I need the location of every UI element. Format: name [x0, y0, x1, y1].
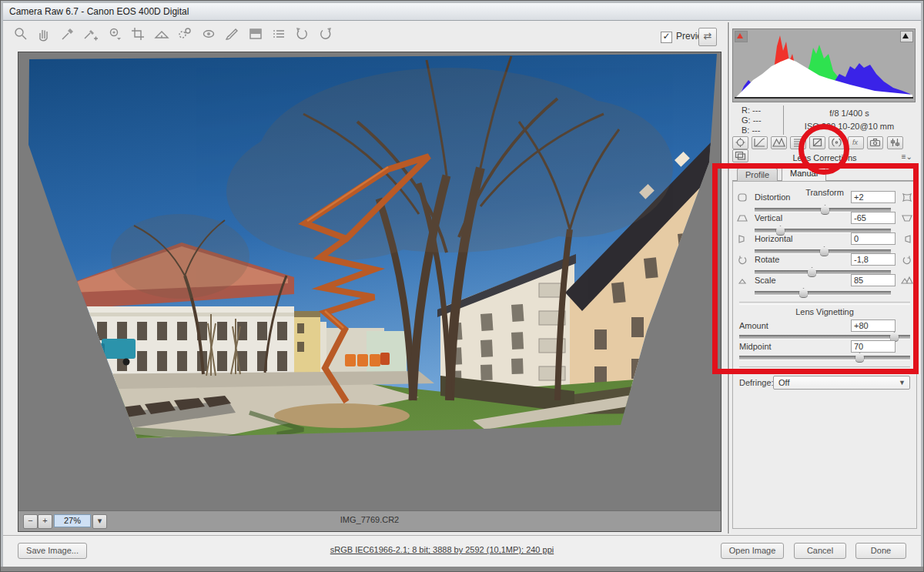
defringe-dropdown-icon: ▼	[899, 376, 906, 390]
preview-checkbox[interactable]: ✓	[661, 32, 672, 43]
exif-readout: f/8 1/400 s ISO 200 10-20@10 mm	[786, 107, 912, 133]
panel-header: Lens Corrections ≡⌄	[732, 153, 917, 162]
shadow-clip-triangle-icon	[737, 33, 743, 38]
scale-down-icon	[736, 276, 748, 286]
horizontal-value-input[interactable]	[851, 232, 896, 245]
open-image-button[interactable]: Open Image	[721, 543, 784, 559]
fullscreen-toggle-button[interactable]: ⇄	[698, 28, 717, 46]
tab-effects-icon[interactable]: fx	[848, 136, 864, 149]
info-divider	[783, 105, 784, 135]
graduated-filter-tool-icon[interactable]	[247, 25, 266, 44]
panel-title: Lens Corrections	[792, 153, 856, 162]
workflow-options-link[interactable]: sRGB IEC61966-2.1; 8 bit; 3888 by 2592 (…	[280, 545, 604, 554]
midpoint-value-input[interactable]	[851, 340, 896, 353]
distortion-value-input[interactable]	[851, 191, 896, 203]
vertical-value-input[interactable]	[851, 212, 896, 224]
rgb-g-value: G: ---	[742, 115, 762, 125]
targeted-adjustment-tool-icon[interactable]	[106, 25, 125, 44]
tab-split-toning-icon[interactable]	[809, 136, 825, 149]
distortion-max-icon	[901, 192, 913, 202]
image-canvas[interactable]: − + 27% ▾ IMG_7769.CR2	[18, 52, 721, 532]
title-bar[interactable]: Camera Raw 6.7 - Canon EOS 400D Digital	[3, 3, 921, 21]
rgb-r-value: R: ---	[742, 105, 762, 115]
defringe-label: Defringe:	[739, 378, 774, 387]
exif-iso-lens: ISO 200 10-20@10 mm	[786, 120, 912, 133]
cancel-button[interactable]: Cancel	[794, 543, 846, 559]
red-eye-removal-tool-icon[interactable]	[200, 25, 219, 44]
distortion-slider-thumb[interactable]	[820, 205, 830, 215]
panel-menu-icon[interactable]: ≡⌄	[902, 152, 912, 161]
distortion-label: Distortion	[755, 192, 790, 202]
image-area[interactable]	[18, 52, 721, 511]
vertical-max-icon	[901, 213, 913, 223]
tab-hsl-grayscale-icon[interactable]	[790, 136, 806, 149]
crop-tool-icon[interactable]	[129, 25, 148, 44]
tab-detail-icon[interactable]	[771, 136, 787, 149]
shadow-clip-warning-button[interactable]	[735, 31, 748, 42]
tab-camera-calibration-icon[interactable]	[867, 136, 883, 149]
vertical-min-icon	[736, 213, 748, 223]
tab-tone-curve-icon[interactable]	[752, 136, 768, 149]
amount-label: Amount	[739, 321, 768, 330]
vignetting-heading: Lens Vignetting	[733, 307, 916, 316]
rotate-right-tool-icon[interactable]	[317, 25, 336, 44]
horizontal-max-icon	[901, 234, 913, 244]
hand-tool-icon[interactable]	[35, 25, 54, 44]
photo-preview[interactable]	[18, 52, 721, 511]
midpoint-slider[interactable]	[739, 356, 910, 360]
tab-profile[interactable]: Profile	[737, 168, 778, 182]
rotate-left-tool-icon[interactable]	[293, 25, 312, 44]
spot-removal-tool-icon[interactable]	[176, 25, 195, 44]
adjustment-brush-tool-icon[interactable]	[223, 25, 242, 44]
right-panel: R: --- G: --- B: --- f/8 1/400 s ISO 200…	[731, 24, 919, 532]
footer-bar: Save Image... sRGB IEC61966-2.1; 8 bit; …	[3, 535, 921, 569]
scale-slider-thumb[interactable]	[798, 288, 808, 298]
amount-slider[interactable]	[739, 335, 910, 340]
preferences-tool-icon[interactable]	[270, 25, 289, 44]
color-sampler-tool-icon[interactable]	[82, 25, 101, 44]
window-title: Camera Raw 6.7 - Canon EOS 400D Digital	[9, 6, 189, 17]
toolbar	[12, 24, 725, 47]
profile-manual-tabs: Profile Manual	[732, 166, 917, 181]
histogram	[732, 28, 916, 102]
scale-label: Scale	[755, 276, 776, 285]
straighten-tool-icon[interactable]	[153, 25, 172, 44]
camera-raw-dialog: Camera Raw 6.7 - Canon EOS 400D Digital …	[0, 0, 924, 572]
vertical-label: Vertical	[755, 213, 782, 222]
zoom-tool-icon[interactable]	[12, 25, 31, 44]
manual-panel-content: Transform Distortion Vertical Horizontal…	[732, 181, 917, 529]
panel-divider	[728, 22, 730, 534]
done-button[interactable]: Done	[855, 543, 906, 559]
scale-value-input[interactable]	[851, 274, 896, 286]
histogram-graphic	[733, 29, 915, 102]
defringe-value: Off	[778, 378, 789, 387]
tab-manual[interactable]: Manual	[782, 166, 826, 182]
svg-text:fx: fx	[852, 139, 859, 146]
highlight-clip-triangle-icon	[902, 33, 909, 38]
horizontal-min-icon	[736, 234, 748, 244]
white-balance-tool-icon[interactable]	[59, 25, 78, 44]
scale-slider[interactable]	[755, 291, 891, 296]
rotate-left-icon	[736, 255, 748, 265]
photo-scene	[18, 52, 721, 511]
amount-value-input[interactable]	[851, 319, 896, 332]
highlight-clip-warning-button[interactable]	[900, 31, 913, 42]
scale-up-icon	[901, 276, 913, 286]
image-info-block: R: --- G: --- B: --- f/8 1/400 s ISO 200…	[732, 104, 916, 136]
tab-presets-icon[interactable]	[887, 136, 903, 149]
section-separator-2	[739, 366, 910, 370]
filename-label: IMG_7769.CR2	[18, 515, 721, 524]
rotate-right-icon	[901, 255, 913, 265]
horizontal-slider-thumb[interactable]	[819, 246, 829, 256]
tab-basic-icon[interactable]	[732, 136, 748, 149]
rotate-slider-thumb[interactable]	[807, 267, 817, 277]
defringe-select[interactable]: Off ▼	[773, 376, 910, 390]
exif-aperture-shutter: f/8 1/400 s	[786, 107, 912, 120]
canvas-status-strip: − + 27% ▾ IMG_7769.CR2	[18, 510, 721, 531]
rotate-value-input[interactable]	[851, 253, 896, 266]
midpoint-slider-thumb[interactable]	[855, 353, 865, 363]
rotate-label: Rotate	[755, 255, 779, 264]
distortion-min-icon	[736, 192, 748, 202]
tab-lens-corrections-icon[interactable]	[829, 136, 845, 149]
save-image-button[interactable]: Save Image...	[18, 543, 87, 559]
